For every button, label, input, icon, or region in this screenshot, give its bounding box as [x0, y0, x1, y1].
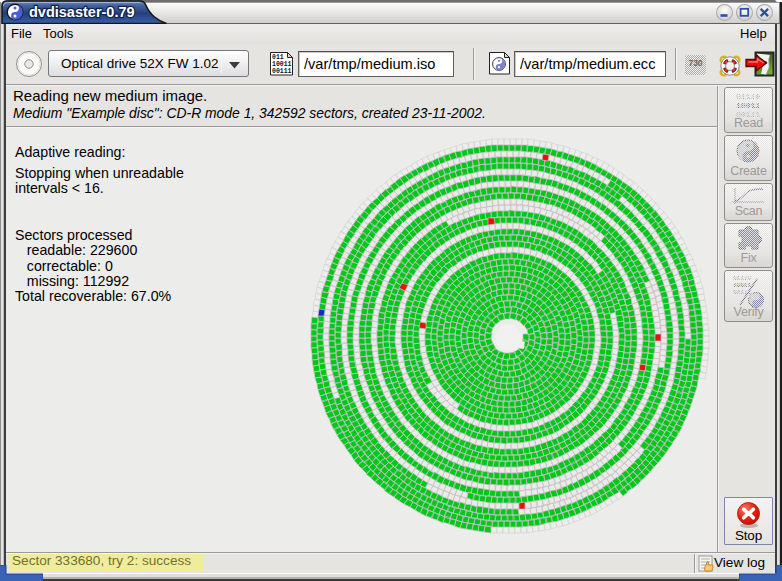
svg-text:dvdisaster-0.79: dvdisaster-0.79: [29, 4, 135, 20]
